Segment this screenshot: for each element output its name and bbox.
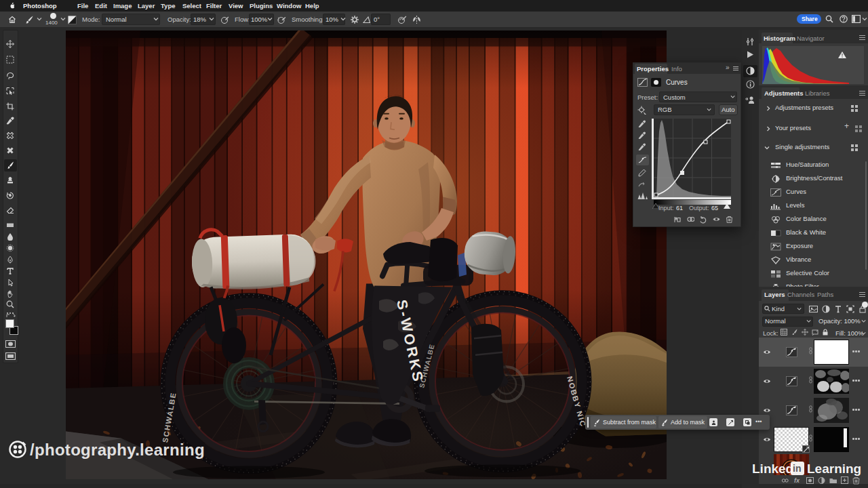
svg-text:fx: fx — [794, 477, 800, 484]
